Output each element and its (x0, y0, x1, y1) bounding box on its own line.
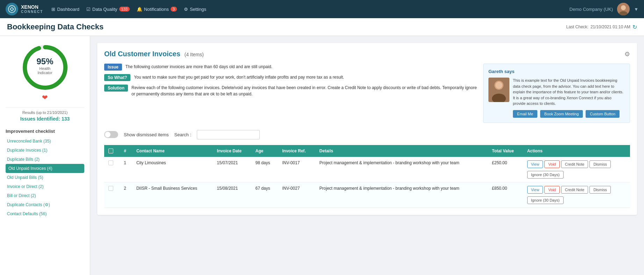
col-details: Details (315, 145, 488, 157)
row2-actions-row1: View Void Credit Note Dismiss (527, 186, 626, 194)
row1-credit-note-button[interactable]: Credit Note (561, 160, 588, 168)
sidebar: 95% Health Indicator ❤ Results (up to 21… (0, 36, 90, 275)
table-header: # Contact Name Invoice Date Age Invoice … (104, 145, 630, 157)
sowhat-row: So What? You want to make sure that you … (104, 74, 478, 81)
logo-text: XENON CONNECT (21, 4, 43, 14)
row1-ignore-button[interactable]: Ignore (30 Days) (527, 171, 564, 179)
health-percent: 95% (33, 57, 57, 66)
page-title: Bookkeeping Data Checks (7, 22, 103, 31)
sidebar-item-old-bills[interactable]: Old Unpaid Bills (5) (6, 173, 84, 182)
info-section: Issue The following customer invoices ar… (104, 64, 630, 123)
row2-dismiss-button[interactable]: Dismiss (589, 186, 611, 194)
filter-bar: Show dismissed items Search : (104, 130, 630, 139)
row2-view-button[interactable]: View (527, 186, 543, 194)
col-actions: Actions (523, 145, 630, 157)
item-count: (4 Items) (184, 52, 203, 57)
solution-row: Solution Review each of the following cu… (104, 85, 478, 97)
row2-actions-row2: Ignore (30 Days) (527, 195, 626, 204)
card-header: Old Customer Invoices (4 Items) ⚙ (104, 50, 630, 58)
logo[interactable]: XENON CONNECT (6, 3, 43, 15)
row2-num: 2 (120, 182, 132, 208)
search-input[interactable] (197, 130, 260, 139)
select-all-checkbox[interactable] (108, 149, 113, 153)
col-checkbox (104, 145, 120, 157)
solution-tag: Solution (104, 85, 128, 92)
bell-icon: 🔔 (137, 7, 142, 12)
row1-date: 15/07/2021 (213, 157, 251, 182)
main-layout: 95% Health Indicator ❤ Results (up to 21… (0, 36, 644, 275)
card-title: Old Customer Invoices (104, 50, 180, 58)
row2-ignore-button[interactable]: Ignore (30 Days) (527, 196, 564, 204)
email-me-button[interactable]: Email Me (513, 110, 537, 118)
card-title-row: Old Customer Invoices (4 Items) (104, 50, 204, 58)
nav-data-quality[interactable]: ☑ Data Quality 133 (86, 7, 130, 12)
nav-notifications[interactable]: 🔔 Notifications 3 (137, 7, 177, 12)
nav-left: XENON CONNECT ⊞ Dashboard ☑ Data Quality… (6, 3, 206, 15)
col-contact: Contact Name (132, 145, 213, 157)
main-card: Old Customer Invoices (4 Items) ⚙ Issue … (97, 43, 637, 215)
avatar-chevron-icon: ▼ (634, 7, 638, 12)
nav-settings[interactable]: ⚙ Settings (184, 7, 206, 12)
row1-contact: City Limousines (132, 157, 213, 182)
issues-count: Issues Identified: 133 (6, 116, 84, 122)
custom-button[interactable]: Custom Button (586, 110, 620, 118)
book-zoom-button[interactable]: Book Zoom Meeting (540, 110, 583, 118)
sidebar-item-dup-bills[interactable]: Duplicate Bills (2) (6, 155, 84, 164)
advisor-content: This is example text for the Old Unpaid … (488, 78, 625, 118)
page-header: Bookkeeping Data Checks Last Check: 21/1… (0, 18, 644, 36)
row1-dismiss-button[interactable]: Dismiss (589, 160, 611, 168)
advisor-text: This is example text for the Old Unpaid … (513, 78, 625, 107)
row2-void-button[interactable]: Void (544, 186, 559, 194)
row1-void-button[interactable]: Void (544, 160, 559, 168)
toggle-label: Show dismissed items (124, 132, 169, 137)
table-row: 2 DIISR - Small Business Services 15/08/… (104, 182, 630, 208)
user-avatar[interactable] (617, 3, 630, 15)
card-settings-icon[interactable]: ⚙ (624, 50, 630, 58)
row2-date: 15/08/2021 (213, 182, 251, 208)
top-nav: XENON CONNECT ⊞ Dashboard ☑ Data Quality… (0, 0, 644, 18)
table-row: 1 City Limousines 15/07/2021 98 days INV… (104, 157, 630, 182)
health-text: 95% Health Indicator (33, 57, 57, 75)
advisor-text-col: This is example text for the Old Unpaid … (513, 78, 625, 118)
advisor-avatar (488, 78, 509, 102)
col-num: # (120, 145, 132, 157)
row2-credit-note-button[interactable]: Credit Note (561, 186, 588, 194)
dismissed-toggle[interactable] (104, 131, 118, 138)
sidebar-item-dup-invoices[interactable]: Duplicate Invoices (1) (6, 146, 84, 155)
refresh-icon[interactable]: ↻ (632, 24, 637, 30)
row2-value: £850.00 (488, 182, 523, 208)
row1-ref: INV-0017 (278, 157, 315, 182)
nav-dashboard[interactable]: ⊞ Dashboard (51, 7, 79, 12)
row1-details: Project management & implementation - br… (315, 157, 488, 182)
row1-view-button[interactable]: View (527, 160, 543, 168)
col-value: Total Value (488, 145, 523, 157)
advisor-box: Gareth says This is example text for t (483, 64, 630, 123)
check-icon: ☑ (86, 7, 91, 12)
grid-icon: ⊞ (51, 7, 55, 12)
results-info: Results (up to 21/10/2021) Issues Identi… (6, 107, 84, 124)
sidebar-item-old-unpaid[interactable]: Old Unpaid Invoices (4) (6, 164, 84, 173)
sidebar-item-contact-defaults[interactable]: Contact Defaults (56) (6, 209, 84, 218)
heart-icon: ❤ (42, 93, 48, 102)
info-left: Issue The following customer invoices ar… (104, 64, 478, 123)
col-age: Age (251, 145, 278, 157)
sidebar-item-unreconciled[interactable]: Unreconciled Bank (35) (6, 137, 84, 146)
sidebar-item-bill-direct[interactable]: Bill or Direct (2) (6, 191, 84, 200)
checklist: Unreconciled Bank (35) Duplicate Invoice… (6, 137, 84, 218)
svg-point-2 (621, 5, 626, 10)
col-ref: Invoice Ref. (278, 145, 315, 157)
row2-checkbox[interactable] (108, 186, 113, 191)
issue-row: Issue The following customer invoices ar… (104, 64, 478, 71)
nav-menu: ⊞ Dashboard ☑ Data Quality 133 🔔 Notific… (51, 7, 206, 12)
search-label: Search : (174, 132, 191, 137)
health-indicator: 95% Health Indicator ❤ (6, 43, 84, 107)
sidebar-item-dup-contacts[interactable]: Duplicate Contacts (⚙) (6, 200, 84, 209)
health-label: Health Indicator (33, 66, 57, 75)
data-table: # Contact Name Invoice Date Age Invoice … (104, 145, 630, 208)
results-label: Results (up to 21/10/2021) (6, 110, 84, 115)
row1-actions: View Void Credit Note Dismiss Ignore (30… (523, 157, 630, 182)
content-area: Old Customer Invoices (4 Items) ⚙ Issue … (90, 36, 644, 275)
table-body: 1 City Limousines 15/07/2021 98 days INV… (104, 157, 630, 208)
sidebar-item-invoice-direct[interactable]: Invoice or Direct (2) (6, 182, 84, 191)
row1-checkbox[interactable] (108, 160, 113, 165)
